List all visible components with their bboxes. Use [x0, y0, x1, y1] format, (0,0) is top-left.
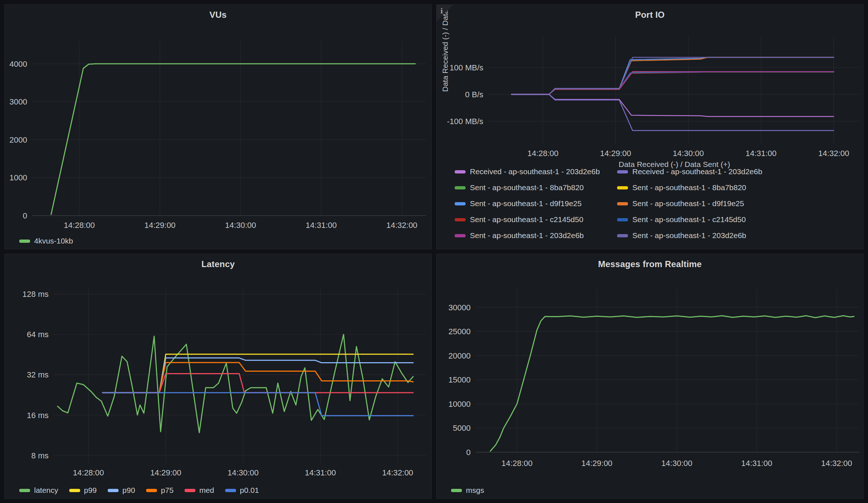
chart-svg-latency: 8 ms16 ms32 ms64 ms128 ms14:28:0014:29:0…	[5, 254, 431, 498]
legend-item[interactable]: Sent - ap-southeast-1 - c2145d50	[617, 212, 859, 228]
legend-item[interactable]: Received - ap-southeast-1 - 203d2e6b	[617, 169, 859, 180]
legend-series-label: 4kvus-10kb	[34, 237, 73, 245]
legend-item[interactable]: Sent - ap-southeast-1 - 8ba7b820	[455, 180, 617, 196]
legend-series-label: latency	[34, 486, 58, 495]
x-tick-label: 14:29:00	[600, 149, 631, 158]
legend-series-label: Sent - ap-southeast-1 - c2145d50	[632, 215, 746, 224]
legend-series-label: Sent - ap-southeast-1 - 203d2e6b	[470, 231, 584, 240]
legend-series-marker	[455, 186, 466, 189]
legend-item[interactable]: Sent - ap-southeast-1 - c2145d50	[455, 212, 617, 228]
legend-series-marker	[19, 240, 30, 243]
panel-title-port-io[interactable]: Port IO	[437, 10, 863, 20]
legend-rows: Received - ap-southeast-1 - 203d2e6bRece…	[455, 169, 859, 244]
legend-item[interactable]: p90	[108, 486, 135, 495]
legend-series-label: Received - ap-southeast-1 - 203d2e6b	[632, 169, 762, 176]
legend-series-label: p99	[84, 486, 97, 495]
panel-port-io: i 100 MB/s0 B/s-100 MB/s14:28:0014:29:00…	[436, 4, 864, 249]
y-tick-label: 0 B/s	[465, 90, 483, 99]
legend-series-marker	[451, 489, 462, 492]
x-tick-label: 14:28:00	[73, 468, 104, 477]
y-tick-label: 2000	[9, 135, 27, 144]
y-tick-label: 25000	[449, 327, 471, 336]
legend-item[interactable]: latency	[19, 486, 58, 495]
legend-series-marker	[185, 489, 195, 492]
legend-series-label: Sent - ap-southeast-1 - d9f19e25	[632, 199, 744, 208]
y-tick-label: 30000	[449, 303, 471, 312]
series-line	[512, 94, 834, 116]
series-line	[512, 72, 834, 94]
legend-item[interactable]: Sent - ap-southeast-1 - 203d2e6b	[617, 228, 859, 244]
legend-series-marker	[69, 489, 80, 492]
y-tick-label: 32 ms	[27, 370, 49, 379]
panel-title-messages[interactable]: Messages from Realtime	[437, 259, 863, 269]
legend-item[interactable]: Sent - ap-southeast-1 - d9f19e25	[455, 196, 617, 212]
legend-series-marker	[108, 489, 119, 492]
legend-series-marker	[617, 202, 628, 205]
legend-series-label: Received - ap-southeast-1 - 203d2e6b	[470, 169, 600, 176]
series-line	[512, 72, 834, 94]
panel-latency: 8 ms16 ms32 ms64 ms128 ms14:28:0014:29:0…	[4, 254, 432, 499]
x-tick-label: 14:32:00	[386, 221, 417, 230]
legend-item[interactable]: Sent - ap-southeast-1 - 8ba7b820	[617, 180, 859, 196]
x-tick-label: 14:31:00	[741, 459, 772, 468]
legend-series-label: Sent - ap-southeast-1 - d9f19e25	[470, 199, 582, 208]
x-tick-label: 14:28:00	[501, 459, 533, 468]
vus-plot-area[interactable]: 0100020003000400014:28:0014:29:0014:30:0…	[5, 5, 431, 249]
x-axis-label: Data Received (-) / Data Sent (+)	[488, 160, 860, 169]
series-line	[512, 72, 834, 94]
legend-item[interactable]: p75	[146, 486, 174, 495]
x-tick-label: 14:30:00	[228, 468, 259, 477]
legend-series-label: p0.01	[240, 486, 259, 495]
legend-series-marker	[19, 489, 30, 492]
y-tick-label: 100 MB/s	[450, 63, 483, 72]
legend-series-marker	[617, 186, 628, 189]
legend-series-label: Sent - ap-southeast-1 - 8ba7b820	[470, 183, 584, 192]
legend-series-marker	[455, 202, 466, 205]
panel-vus: 0100020003000400014:28:0014:29:0014:30:0…	[4, 4, 432, 249]
legend-item[interactable]: Sent - ap-southeast-1 - d9f19e25	[617, 196, 859, 212]
x-tick-label: 14:30:00	[673, 149, 704, 158]
series-line	[512, 72, 834, 94]
x-tick-label: 14:32:00	[818, 149, 850, 158]
x-tick-label: 14:32:00	[382, 468, 413, 477]
legend-series-marker	[455, 234, 466, 237]
panel-info-corner[interactable]	[437, 5, 453, 21]
series-line	[512, 94, 834, 131]
legend-series-label: p75	[161, 486, 174, 495]
legend-item[interactable]: 4kvus-10kb	[19, 237, 73, 245]
y-tick-label: -100 MB/s	[447, 117, 483, 126]
x-tick-label: 14:28:00	[64, 221, 95, 230]
legend: latencyp99p90p75medp0.01	[19, 486, 259, 495]
x-tick-label: 14:29:00	[150, 468, 181, 477]
panel-title-vus[interactable]: VUs	[5, 10, 431, 20]
legend-series-label: Sent - ap-southeast-1 - 203d2e6b	[632, 231, 746, 240]
latency-plot-area[interactable]: 8 ms16 ms32 ms64 ms128 ms14:28:0014:29:0…	[5, 254, 431, 498]
legend-series-marker	[617, 234, 628, 237]
y-tick-label: 15000	[449, 375, 471, 384]
legend-item[interactable]: p0.01	[225, 486, 259, 495]
series-line	[58, 334, 413, 433]
legend: msgs	[451, 486, 484, 495]
x-tick-label: 14:29:00	[581, 459, 612, 468]
y-tick-label: 0	[466, 448, 471, 457]
messages-plot-area[interactable]: 05000100001500020000250003000014:28:0014…	[437, 254, 863, 498]
legend-item[interactable]: med	[185, 486, 214, 495]
legend-series-label: Sent - ap-southeast-1 - 8ba7b820	[632, 183, 746, 192]
legend-series-label: msgs	[466, 486, 484, 495]
chart-svg-vus: 0100020003000400014:28:0014:29:0014:30:0…	[5, 5, 431, 249]
series-line	[490, 316, 854, 451]
panel-title-latency[interactable]: Latency	[5, 259, 431, 269]
x-tick-label: 14:31:00	[305, 468, 336, 477]
y-tick-label: 1000	[9, 173, 27, 182]
legend-series-label: med	[199, 486, 214, 495]
legend-item[interactable]: p99	[69, 486, 97, 495]
dashboard-grid: 0100020003000400014:28:0014:29:0014:30:0…	[0, 0, 868, 503]
y-tick-label: 4000	[9, 60, 27, 69]
legend-series-marker	[617, 218, 628, 221]
legend-item[interactable]: msgs	[451, 486, 484, 495]
x-tick-label: 14:32:00	[821, 459, 852, 468]
y-tick-label: 20000	[449, 351, 471, 360]
legend-item[interactable]: Sent - ap-southeast-1 - 203d2e6b	[455, 228, 617, 244]
legend-item[interactable]: Received - ap-southeast-1 - 203d2e6b	[455, 169, 617, 180]
legend: Received - ap-southeast-1 - 203d2e6bRece…	[455, 169, 859, 248]
